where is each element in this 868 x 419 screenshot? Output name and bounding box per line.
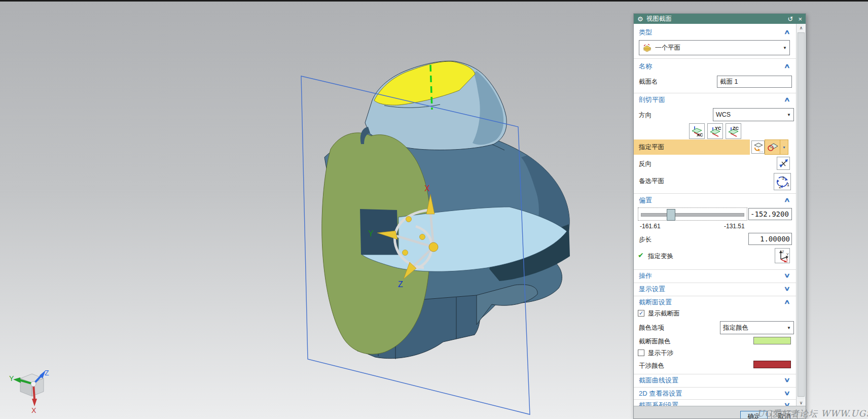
chevron-down-icon[interactable]: ∨ xyxy=(784,390,790,397)
manipulator-y-label: Y xyxy=(368,229,374,238)
section-header-offset[interactable]: 偏置 ∧ xyxy=(634,195,797,205)
chevron-down-icon: ▼ xyxy=(783,46,787,50)
section-name-input[interactable]: 截面 1 xyxy=(717,76,792,88)
offset-min-label: -161.61 xyxy=(640,223,661,230)
orientation-dropdown[interactable]: WCS ▼ xyxy=(713,108,794,121)
specify-transform-button[interactable]: Z Y X xyxy=(775,248,790,263)
manipulator-x-label: X xyxy=(424,184,430,193)
chevron-up-icon[interactable]: ∧ xyxy=(784,62,790,69)
chevron-down-icon: ▼ xyxy=(787,113,791,117)
chevron-up-icon[interactable]: ∧ xyxy=(784,96,790,103)
manipulator-handle-sphere[interactable] xyxy=(403,250,408,256)
forum-watermark: UG爱好者论坛 WWW.UGSNX.COM xyxy=(757,408,868,419)
plane-picker-icon xyxy=(767,142,779,153)
one-plane-icon xyxy=(642,43,652,52)
offset-slider[interactable] xyxy=(638,207,747,221)
dialog-titlebar[interactable]: ⚙ 视图截面 ↺ × xyxy=(634,14,806,24)
cap-color-swatch[interactable] xyxy=(753,337,791,344)
yc-plane-icon: YC xyxy=(709,125,722,138)
reverse-direction-icon xyxy=(778,158,789,169)
specify-plane-label: 指定平面 xyxy=(639,143,664,152)
show-cap-checkbox[interactable]: ✓ xyxy=(638,310,644,317)
viewport-top-border xyxy=(0,0,868,2)
type-dropdown-value: 一个平面 xyxy=(655,44,680,52)
triad-origin-sphere xyxy=(31,381,36,387)
section-header-cut-plane[interactable]: 剖切平面 ∧ xyxy=(634,95,797,105)
svg-text:YC: YC xyxy=(715,126,721,131)
alternate-plane-label: 备选平面 xyxy=(639,177,664,186)
triad-z-label: Z xyxy=(45,369,49,377)
offset-slider-track[interactable] xyxy=(641,213,744,217)
chevron-down-icon[interactable]: ∨ xyxy=(784,272,790,279)
show-interference-label: 显示干涉 xyxy=(648,349,673,358)
triad-x-label: X xyxy=(31,406,37,414)
offset-max-label: -131.51 xyxy=(724,223,745,230)
type-dropdown[interactable]: 一个平面 ▼ xyxy=(639,40,790,55)
section-header-name[interactable]: 名称 ∧ xyxy=(634,61,797,72)
step-label: 步长 xyxy=(639,235,652,244)
chevron-down-icon: ▼ xyxy=(782,146,786,149)
section-header-section-curves[interactable]: 截面曲线设置 ∨ xyxy=(634,375,797,386)
svg-text:XC: XC xyxy=(697,132,703,137)
plane-picker-caret[interactable]: ▼ xyxy=(780,140,788,154)
interference-color-swatch[interactable] xyxy=(753,361,791,368)
dialog-close-icon[interactable]: × xyxy=(798,16,802,22)
offset-value-input[interactable]: -152.9200 xyxy=(748,208,792,220)
scrollbar-thumb[interactable] xyxy=(798,32,805,397)
manipulator-z-label: Z xyxy=(398,280,403,289)
color-option-dropdown[interactable]: 指定颜色 ▼ xyxy=(720,321,794,334)
csys-icon: Z Y X xyxy=(776,249,789,262)
plane-picker-button[interactable] xyxy=(765,140,780,154)
orientation-label: 方向 xyxy=(639,111,652,120)
dialog-title: 视图截面 xyxy=(646,15,672,23)
plane-dialog-icon: … xyxy=(752,142,764,153)
manipulator-handle-sphere[interactable] xyxy=(406,217,412,222)
manipulator-origin-sphere[interactable] xyxy=(429,242,438,252)
dialog-options-gear-icon[interactable]: ⚙ xyxy=(637,15,643,23)
step-value-input[interactable]: 1.00000 xyxy=(748,233,792,245)
section-header-2d-viewer[interactable]: 2D 查看器设置 ∨ xyxy=(634,389,797,399)
svg-text:1: 1 xyxy=(787,182,789,187)
plane-yc-button[interactable]: YC xyxy=(707,123,723,139)
dialog-reset-icon[interactable]: ↺ xyxy=(788,16,793,22)
chevron-up-icon[interactable]: ∧ xyxy=(784,196,790,203)
svg-text:…: … xyxy=(758,148,763,153)
offset-slider-thumb[interactable] xyxy=(667,209,675,221)
nx-application-window: X Y Z Z Y X ⚙ 视图截面 xyxy=(0,0,868,419)
plane-zc-button[interactable]: ZC xyxy=(726,123,741,139)
cycle-planes-icon: 3 1 2 xyxy=(775,174,790,189)
specify-transform-label: 指定变换 xyxy=(648,252,673,261)
view-section-dialog: ⚙ 视图截面 ↺ × 类型 ∧ 一个平面 ▼ xyxy=(633,13,806,419)
chevron-up-icon[interactable]: ∧ xyxy=(784,28,790,36)
chevron-down-icon[interactable]: ∨ xyxy=(784,376,790,383)
plane-xc-button[interactable]: XC xyxy=(689,123,705,139)
reverse-direction-button[interactable] xyxy=(777,157,790,170)
reverse-label: 反向 xyxy=(639,160,652,168)
color-option-label: 颜色选项 xyxy=(639,324,664,332)
dialog-scrollbar[interactable]: ∧ ∨ xyxy=(796,24,806,407)
triad-y-label: Y xyxy=(9,374,14,382)
chevron-down-icon: ▼ xyxy=(787,326,791,330)
manipulator-handle-sphere[interactable] xyxy=(420,234,425,240)
zc-plane-icon: ZC xyxy=(727,125,740,138)
chevron-down-icon[interactable]: ∨ xyxy=(784,285,790,292)
show-interference-checkbox[interactable] xyxy=(638,350,644,356)
svg-text:Y: Y xyxy=(786,253,789,256)
section-header-cap-settings[interactable]: 截断面设置 ∧ xyxy=(634,297,797,307)
xc-plane-icon: XC xyxy=(691,125,704,138)
section-header-type[interactable]: 类型 ∧ xyxy=(634,27,797,38)
section-name-label: 截面名 xyxy=(639,78,658,86)
section-header-operation[interactable]: 操作 ∨ xyxy=(634,271,797,281)
svg-text:Z: Z xyxy=(782,250,784,254)
section-header-display-settings[interactable]: 显示设置 ∨ xyxy=(634,284,797,294)
scroll-up-icon[interactable]: ∧ xyxy=(797,24,806,32)
alternate-plane-cycle-button[interactable]: 3 1 2 xyxy=(774,173,791,190)
chevron-up-icon[interactable]: ∧ xyxy=(784,298,790,305)
specify-plane-row[interactable]: 指定平面 xyxy=(634,139,750,155)
plane-picker-group: ▼ xyxy=(765,139,788,155)
svg-text:2: 2 xyxy=(779,184,781,189)
dialog-body: 类型 ∧ 一个平面 ▼ 名称 ∧ 截面名 截面 1 xyxy=(634,24,797,407)
svg-text:3: 3 xyxy=(782,176,784,181)
plane-dialog-button[interactable]: … xyxy=(751,141,765,154)
svg-text:ZC: ZC xyxy=(733,126,739,131)
